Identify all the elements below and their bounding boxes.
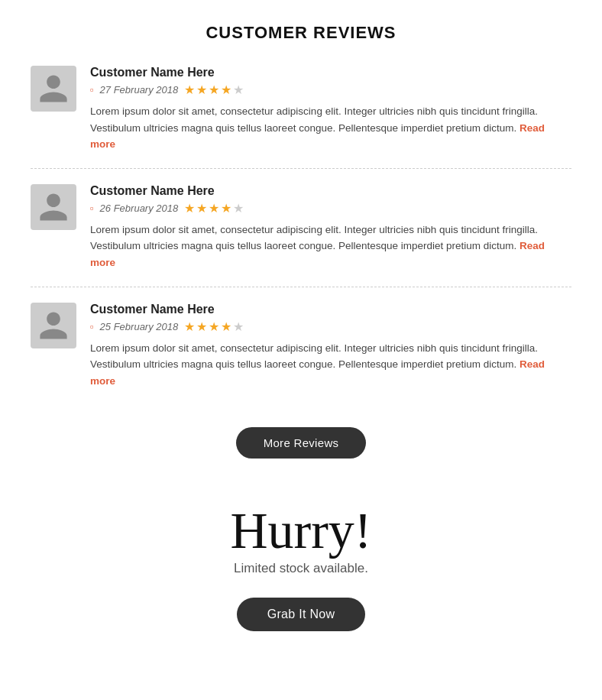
stars: ★ ★ ★ ★ ★	[184, 201, 244, 216]
review-text: Lorem ipsum dolor sit amet, consectetur …	[90, 340, 571, 390]
hurry-title: Hurry!	[31, 504, 571, 556]
star-1: ★	[184, 319, 195, 334]
star-5: ★	[233, 201, 244, 216]
star-4: ★	[221, 319, 231, 334]
stars: ★ ★ ★ ★ ★	[184, 83, 244, 97]
star-5: ★	[233, 319, 244, 334]
star-5: ★	[233, 83, 244, 97]
hurry-subtitle: Limited stock available.	[31, 561, 571, 576]
section-title: CUSTOMER REVIEWS	[31, 23, 571, 43]
avatar	[31, 66, 76, 112]
avatar	[31, 303, 76, 348]
more-reviews-button[interactable]: More Reviews	[236, 427, 367, 459]
reviewer-name: Customer Name Here	[90, 303, 571, 316]
review-content: Customer Name Here ▫ 26 February 2018 ★ …	[90, 184, 571, 271]
review-date: 27 February 2018	[100, 84, 179, 96]
star-2: ★	[196, 319, 207, 334]
star-4: ★	[221, 201, 231, 216]
star-4: ★	[221, 83, 231, 97]
user-avatar-icon	[37, 190, 70, 224]
review-text: Lorem ipsum dolor sit amet, consectetur …	[90, 103, 571, 153]
star-3: ★	[209, 319, 219, 334]
review-content: Customer Name Here ▫ 27 February 2018 ★ …	[90, 66, 571, 153]
review-content: Customer Name Here ▫ 25 February 2018 ★ …	[90, 303, 571, 390]
review-meta: ▫ 25 February 2018 ★ ★ ★ ★ ★	[90, 319, 571, 334]
star-2: ★	[196, 83, 207, 97]
star-3: ★	[209, 83, 219, 97]
page-wrapper: CUSTOMER REVIEWS Customer Name Here ▫ 27…	[0, 0, 602, 677]
calendar-icon: ▫	[90, 321, 94, 332]
reviews-list: Customer Name Here ▫ 27 February 2018 ★ …	[31, 66, 571, 404]
reviewer-name: Customer Name Here	[90, 184, 571, 198]
calendar-icon: ▫	[90, 84, 94, 96]
review-item: Customer Name Here ▫ 27 February 2018 ★ …	[31, 66, 571, 169]
stars: ★ ★ ★ ★ ★	[184, 319, 244, 334]
review-text: Lorem ipsum dolor sit amet, consectetur …	[90, 222, 571, 271]
grab-it-now-button[interactable]: Grab It Now	[237, 598, 366, 631]
review-meta: ▫ 27 February 2018 ★ ★ ★ ★ ★	[90, 83, 571, 97]
avatar	[31, 184, 76, 230]
hurry-section: Hurry! Limited stock available. Grab It …	[31, 489, 571, 654]
user-avatar-icon	[37, 72, 70, 105]
user-avatar-icon	[37, 309, 70, 342]
review-date: 26 February 2018	[100, 203, 179, 214]
review-meta: ▫ 26 February 2018 ★ ★ ★ ★ ★	[90, 201, 571, 216]
review-item: Customer Name Here ▫ 25 February 2018 ★ …	[31, 287, 571, 405]
star-2: ★	[196, 201, 207, 216]
star-1: ★	[184, 83, 195, 97]
review-item: Customer Name Here ▫ 26 February 2018 ★ …	[31, 169, 571, 287]
reviewer-name: Customer Name Here	[90, 66, 571, 79]
review-date: 25 February 2018	[100, 321, 179, 332]
star-1: ★	[184, 201, 195, 216]
calendar-icon: ▫	[90, 203, 94, 214]
star-3: ★	[209, 201, 219, 216]
